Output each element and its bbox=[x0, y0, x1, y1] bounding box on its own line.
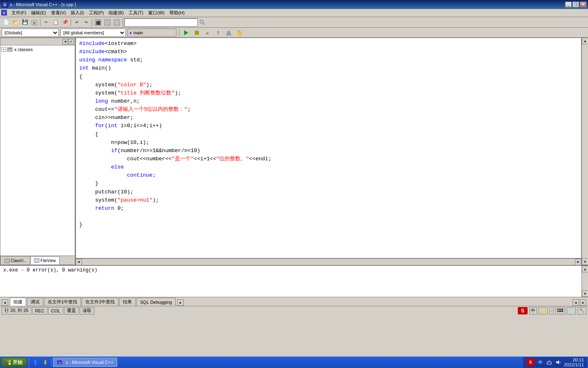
menu-build[interactable]: 组建(B) bbox=[106, 9, 126, 17]
debug-btn3[interactable]: ✕ bbox=[203, 28, 212, 37]
tray-ime-icon[interactable]: 中 bbox=[537, 359, 543, 366]
output-content: x.exe - 0 error(s), 0 warning(s) bbox=[0, 266, 581, 297]
sidebar-header: ◄ ✕ bbox=[0, 38, 75, 45]
save-all-button[interactable]: S bbox=[30, 18, 39, 27]
scroll-down-button[interactable]: ▼ bbox=[582, 258, 588, 265]
ime-dot-icon[interactable]: · bbox=[549, 307, 554, 314]
scope-dropdown[interactable]: [Globals] bbox=[2, 29, 59, 37]
members-dropdown[interactable]: [All global members] bbox=[60, 29, 126, 37]
tray-volume-icon[interactable] bbox=[555, 359, 561, 366]
status-col-text: COL bbox=[51, 308, 60, 313]
menu-tools[interactable]: 工具(T) bbox=[126, 9, 146, 17]
ie-button[interactable]: e bbox=[31, 358, 40, 367]
active-window-button[interactable]: V x - Microsoft Visual C++ bbox=[53, 358, 117, 367]
tab-find1[interactable]: 在文件1中查找 bbox=[44, 298, 81, 306]
ime-shirt-icon[interactable]: 👕 bbox=[567, 307, 576, 314]
tab-results[interactable]: 结果 bbox=[119, 298, 136, 306]
scroll-right-button[interactable]: ► bbox=[575, 259, 581, 265]
tab-debug[interactable]: 调试 bbox=[27, 298, 43, 306]
restore-button[interactable]: ❐ bbox=[572, 2, 579, 7]
svg-text:⬛: ⬛ bbox=[96, 20, 101, 25]
output-h-right[interactable]: ► bbox=[580, 299, 586, 306]
svg-text:S: S bbox=[33, 21, 35, 25]
debug-btn2[interactable] bbox=[192, 28, 201, 37]
menu-file[interactable]: 文件(F) bbox=[9, 9, 29, 17]
close-button[interactable]: ✕ bbox=[580, 2, 586, 7]
sidebar-tab-classview-label: ClassV... bbox=[11, 258, 27, 263]
taskbar: 开始 e V x - Microsoft Visual C++ S 中 20:1… bbox=[0, 357, 588, 368]
ime-area: S 中 🌙 · ⌨ 👕 🔧 bbox=[518, 307, 586, 314]
find-button[interactable] bbox=[198, 18, 207, 27]
tab-scroll-left[interactable]: ◄ bbox=[2, 299, 8, 306]
status-rec-text: REC bbox=[35, 308, 45, 313]
scroll-up-button[interactable]: ▲ bbox=[582, 38, 588, 44]
clock-date: 2022/1/11 bbox=[564, 362, 584, 367]
sogou-icon[interactable]: S bbox=[518, 307, 528, 314]
tray-sogou-icon[interactable]: S bbox=[526, 359, 535, 366]
menu-help[interactable]: 帮助(H) bbox=[167, 9, 187, 17]
horizontal-scrollbar[interactable]: ◄ ► bbox=[76, 258, 581, 265]
tree-root-item[interactable]: + x classes bbox=[1, 46, 74, 53]
copy-button[interactable]: 📋 bbox=[51, 18, 60, 27]
output-scroll-up[interactable]: ▲ bbox=[582, 266, 588, 272]
status-rec: REC bbox=[32, 307, 47, 314]
menu-project[interactable]: 工程(P) bbox=[87, 9, 107, 17]
clock-display[interactable]: 20:11 2022/1/11 bbox=[564, 357, 584, 367]
debug-btn4[interactable]: ! bbox=[214, 28, 223, 37]
menu-window[interactable]: 窗口(W) bbox=[146, 9, 167, 17]
cut-button[interactable]: ✂ bbox=[42, 18, 51, 27]
undo-button[interactable]: ↩ bbox=[72, 18, 81, 27]
run-button[interactable] bbox=[103, 18, 112, 27]
scroll-left-button[interactable]: ◄ bbox=[76, 259, 82, 265]
tab-find2[interactable]: 在文件2中查找 bbox=[82, 298, 118, 306]
tree-expand-icon[interactable]: + bbox=[1, 47, 6, 52]
new-button[interactable]: 📄 bbox=[2, 18, 11, 27]
paste-button[interactable]: 📌 bbox=[60, 18, 69, 27]
debug-btn1[interactable] bbox=[182, 28, 191, 37]
ime-tool-icon[interactable]: 🔧 bbox=[577, 307, 586, 314]
menu-insert[interactable]: 插入(I) bbox=[68, 9, 86, 17]
ime-chinese-btn[interactable]: 中 bbox=[529, 307, 537, 314]
output-scrollbar[interactable]: ▲ ▼ bbox=[581, 266, 588, 297]
tab-build[interactable]: 组建 bbox=[10, 298, 26, 306]
save-button[interactable]: 💾 bbox=[20, 18, 29, 27]
title-text: V x - Microsoft Visual C++ - [x.cpp ] bbox=[2, 1, 565, 8]
ime-keyboard-icon[interactable]: ⌨ bbox=[555, 307, 565, 314]
svg-rect-25 bbox=[9, 363, 11, 365]
tab-find2-label: 在文件2中查找 bbox=[85, 299, 115, 305]
code-panel: #include<iostream> #include<cmath> using… bbox=[76, 38, 581, 265]
debug-btn5[interactable] bbox=[224, 28, 233, 37]
tab-build-label: 组建 bbox=[13, 299, 22, 305]
open-button[interactable]: 📂 bbox=[11, 18, 20, 27]
minimize-button[interactable]: _ bbox=[565, 2, 572, 7]
redo-button[interactable]: ↪ bbox=[82, 18, 91, 27]
sidebar-tab-classview[interactable]: ClassV... bbox=[0, 256, 30, 265]
sidebar-pin-button[interactable]: ◄ bbox=[62, 39, 68, 45]
tray-network-icon[interactable] bbox=[546, 359, 552, 366]
output-scroll-track[interactable] bbox=[582, 272, 588, 290]
scroll-track-h[interactable] bbox=[83, 260, 574, 265]
debug-btn6[interactable]: ✋ bbox=[235, 28, 244, 37]
compile-button[interactable]: ⬛ bbox=[94, 18, 102, 27]
build-button[interactable] bbox=[112, 18, 121, 27]
scroll-track-v[interactable] bbox=[582, 44, 588, 258]
svg-marker-12 bbox=[184, 30, 188, 35]
tab-sql[interactable]: SQL Debugging bbox=[136, 298, 176, 306]
output-h-left[interactable]: ◄ bbox=[572, 299, 579, 306]
window-controls[interactable]: _ ❐ ✕ bbox=[565, 2, 586, 7]
svg-text:!: ! bbox=[216, 31, 219, 36]
menu-view[interactable]: 查看(V) bbox=[49, 9, 69, 17]
code-editor[interactable]: #include<iostream> #include<cmath> using… bbox=[76, 38, 581, 258]
svg-point-10 bbox=[200, 20, 203, 23]
sidebar-close-button[interactable]: ✕ bbox=[68, 39, 74, 45]
ime-moon-icon[interactable]: 🌙 bbox=[539, 307, 548, 314]
vertical-scrollbar[interactable]: ▲ ▼ bbox=[581, 38, 588, 265]
menu-edit[interactable]: 编辑(E) bbox=[29, 9, 49, 17]
menu-bar: V 文件(F) 编辑(E) 查看(V) 插入(I) 工程(P) 组建(B) 工具… bbox=[0, 9, 588, 17]
sidebar-tab-fileview[interactable]: FileView bbox=[30, 256, 60, 265]
search-input[interactable] bbox=[124, 18, 198, 27]
explorer-button[interactable] bbox=[40, 358, 49, 367]
tab-scroll-right[interactable]: ► bbox=[177, 299, 184, 306]
start-button[interactable]: 开始 bbox=[1, 357, 27, 367]
output-scroll-down[interactable]: ▼ bbox=[582, 290, 588, 297]
